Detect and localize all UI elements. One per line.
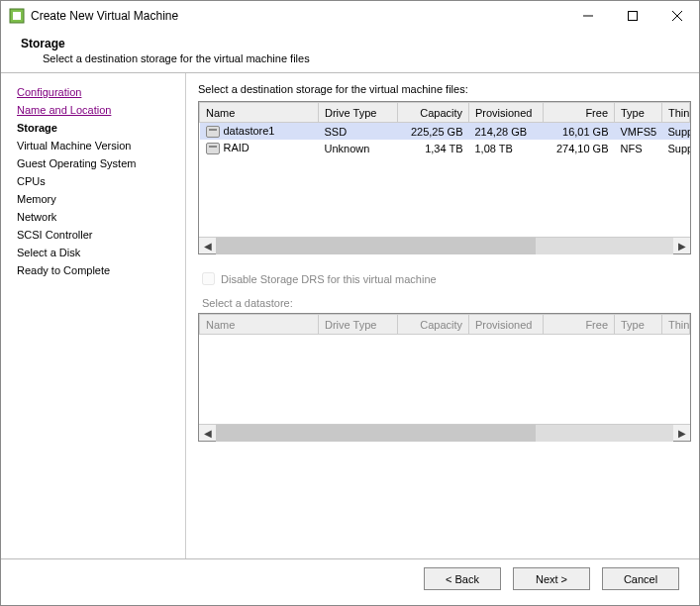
wizard-content: Select a destination storage for the vir… [186,73,699,558]
scroll-left-icon[interactable]: ◀ [199,425,216,442]
col-name: Name [200,315,319,335]
wizard-step: CPUs [17,172,177,190]
col-name[interactable]: Name [200,103,319,123]
disable-drs-label: Disable Storage DRS for this virtual mac… [221,273,437,285]
wizard-step: Ready to Complete [17,261,177,279]
instruction-text: Select a destination storage for the vir… [198,83,691,95]
table-header-row: Name Drive Type Capacity Provisioned Fre… [200,315,690,335]
disable-drs-row: Disable Storage DRS for this virtual mac… [202,272,691,285]
cancel-button[interactable]: Cancel [602,567,679,590]
wizard-footer: < Back Next > Cancel [1,558,699,598]
wizard-step: Storage [17,119,177,137]
wizard-step[interactable]: Name and Location [17,101,177,119]
col-provisioned[interactable]: Provisioned [469,103,544,123]
scroll-right-icon[interactable]: ▶ [673,238,690,254]
close-button[interactable] [654,1,699,31]
wizard-step: Guest Operating System [17,154,177,172]
horizontal-scrollbar[interactable]: ◀ ▶ [199,424,690,441]
table-row[interactable]: datastore1SSD225,25 GB214,28 GB16,01 GBV… [200,123,690,141]
col-drive-type: Drive Type [319,315,398,335]
svg-rect-1 [13,12,21,20]
titlebar: Create New Virtual Machine [1,1,699,31]
select-datastore-label: Select a datastore: [202,297,691,309]
col-capacity: Capacity [398,315,469,335]
scroll-right-icon[interactable]: ▶ [673,425,690,442]
page-subtitle: Select a destination storage for the vir… [21,52,679,64]
minimize-button[interactable] [565,1,610,31]
col-free[interactable]: Free [544,103,615,123]
wizard-step: Select a Disk [17,244,177,261]
col-thin: Thin Pro [662,315,690,335]
wizard-step: SCSI Controller [17,226,177,244]
horizontal-scrollbar[interactable]: ◀ ▶ [199,237,690,253]
wizard-step: Memory [17,190,177,208]
window-title: Create New Virtual Machine [31,9,565,23]
col-drive-type[interactable]: Drive Type [319,103,398,123]
app-icon [9,8,25,24]
maximize-button[interactable] [610,1,654,31]
scroll-left-icon[interactable]: ◀ [199,238,216,254]
col-free: Free [544,315,615,335]
wizard-step[interactable]: Configuration [17,83,177,101]
next-button[interactable]: Next > [513,567,590,590]
col-type[interactable]: Type [615,103,662,123]
wizard-step: Virtual Machine Version [17,137,177,154]
wizard-step: Network [17,208,177,226]
col-capacity[interactable]: Capacity [398,103,469,123]
back-button[interactable]: < Back [424,567,501,590]
col-type: Type [615,315,662,335]
datastore-cluster-table: Name Drive Type Capacity Provisioned Fre… [198,313,691,442]
datastore-table[interactable]: Name Drive Type Capacity Provisioned Fre… [198,101,691,254]
datastore-icon [206,126,220,138]
datastore-icon [206,143,220,154]
table-row[interactable]: RAIDUnknown1,34 TB1,08 TB274,10 GBNFSSup… [200,140,690,156]
wizard-steps-sidebar: ConfigurationName and LocationStorageVir… [1,73,186,558]
disable-drs-checkbox [202,272,215,285]
page-title: Storage [21,37,679,50]
table-header-row: Name Drive Type Capacity Provisioned Fre… [200,103,690,123]
svg-rect-3 [628,12,637,21]
col-thin[interactable]: Thin Pr [662,103,690,123]
col-provisioned: Provisioned [469,315,544,335]
wizard-header: Storage Select a destination storage for… [1,31,699,73]
